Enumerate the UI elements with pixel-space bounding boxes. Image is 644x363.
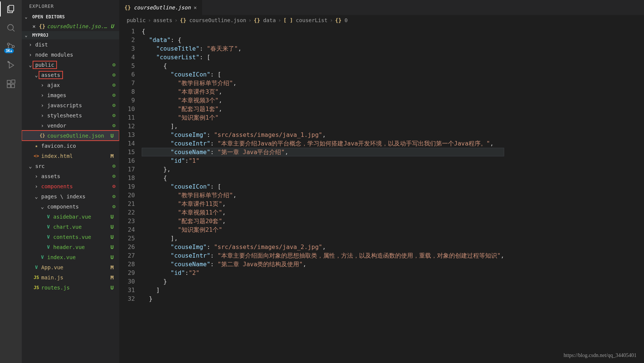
file-icon: V xyxy=(45,214,52,219)
explorer-icon[interactable] xyxy=(5,3,17,15)
extensions-icon[interactable] xyxy=(5,78,17,90)
breadcrumb-item[interactable]: 0 xyxy=(344,17,347,23)
chevron-icon: ⌄ xyxy=(27,62,34,68)
tree-item-label: asidebar.vue xyxy=(53,214,91,220)
chevron-icon: ⌄ xyxy=(33,72,40,78)
tree-item[interactable]: Vasidebar.vueU xyxy=(22,212,119,222)
tree-item[interactable]: ›javascripts xyxy=(22,100,119,110)
breadcrumb-item[interactable]: data xyxy=(263,17,276,23)
file-status: U xyxy=(109,133,115,139)
tab-label: courseOutline.json xyxy=(134,4,191,10)
breadcrumb-item[interactable]: couserList xyxy=(296,17,327,23)
tree-item[interactable]: ⌄src xyxy=(22,161,119,171)
tree-item-label: components xyxy=(47,204,79,210)
tree-item[interactable]: Vchart.vueU xyxy=(22,222,119,232)
tree-item[interactable]: VApp.vueM xyxy=(22,262,119,272)
tree-item-label: images xyxy=(47,92,66,98)
close-icon[interactable]: ✕ xyxy=(31,23,37,29)
tree-item-label: index.vue xyxy=(47,254,76,260)
sidebar: EXPLORER ⌄OPEN EDITORS ✕ {} courseOutlin… xyxy=(22,0,119,363)
chevron-icon: › xyxy=(33,183,40,189)
tree-item[interactable]: ⌄assets xyxy=(22,70,119,80)
tree-item-label: vendor xyxy=(47,123,66,129)
code-lines: { "data": { "couseTitle": "春天来了", "couse… xyxy=(142,26,504,363)
breadcrumb-item[interactable]: assets xyxy=(153,17,172,23)
tree-item-label: index.html xyxy=(41,153,73,159)
file-icon: JS xyxy=(33,275,40,280)
status-dot xyxy=(112,195,115,198)
file-icon: V xyxy=(33,265,40,270)
file-status: U xyxy=(109,23,115,29)
breadcrumbs[interactable]: public›assets›{}courseOutline.json›{}dat… xyxy=(119,15,644,26)
tree-item-label: stylesheets xyxy=(47,112,82,118)
code-editor[interactable]: 1234567891011121314151617181920212223242… xyxy=(119,26,644,363)
tree-item[interactable]: ›assets xyxy=(22,171,119,181)
status-dot xyxy=(112,205,115,208)
tree-item[interactable]: ›node_modules xyxy=(22,50,119,60)
breadcrumb-item[interactable]: public xyxy=(127,17,146,23)
chevron-icon: › xyxy=(39,102,46,108)
file-status: U xyxy=(109,224,115,230)
breadcrumb-icon: {} xyxy=(335,17,341,23)
status-dot xyxy=(112,114,115,117)
tree-item-label: components xyxy=(41,183,73,189)
tree-item[interactable]: ⌄pages \ indexs xyxy=(22,191,119,201)
file-status: U xyxy=(109,214,115,220)
tree-item[interactable]: ★favicon.ico xyxy=(22,141,119,151)
tree-item[interactable]: ›components xyxy=(22,181,119,191)
status-dot xyxy=(112,94,115,97)
chevron-right-icon: › xyxy=(249,17,252,23)
open-editor-item[interactable]: ✕ {} courseOutline.jso... U xyxy=(22,21,119,31)
chevron-right-icon: › xyxy=(330,17,333,23)
tree-item[interactable]: Vcontents.vueU xyxy=(22,232,119,242)
svg-rect-6 xyxy=(7,80,10,84)
svg-point-1 xyxy=(7,24,13,30)
tree-item-label: assets xyxy=(41,173,60,179)
debug-icon[interactable] xyxy=(5,59,17,71)
json-icon: {} xyxy=(124,4,131,10)
tab-bar: {} courseOutline.json ✕ xyxy=(119,0,644,15)
status-dot xyxy=(112,63,115,66)
tree-item[interactable]: JSmain.jsM xyxy=(22,272,119,282)
breadcrumb-icon: [ ] xyxy=(283,17,293,23)
file-icon: V xyxy=(45,224,52,230)
chevron-right-icon: › xyxy=(278,17,281,23)
file-status: M xyxy=(109,274,115,280)
tree-item[interactable]: Vindex.vueU xyxy=(22,252,119,262)
tree-item-label: contents.vue xyxy=(53,234,91,240)
source-control-icon[interactable]: 3K+ xyxy=(5,40,17,52)
chevron-icon: › xyxy=(39,82,46,88)
tree-item-label: ajax xyxy=(47,82,60,88)
project-section[interactable]: ⌄MYPROJ xyxy=(22,31,119,39)
file-icon: JS xyxy=(33,285,40,290)
status-dot xyxy=(112,165,115,168)
chevron-icon: ⌄ xyxy=(33,194,40,200)
status-dot xyxy=(112,185,115,188)
chevron-icon: › xyxy=(39,112,46,118)
search-icon[interactable] xyxy=(5,22,17,34)
tree-item[interactable]: ›stylesheets xyxy=(22,110,119,120)
open-editors-section[interactable]: ⌄OPEN EDITORS xyxy=(22,13,119,21)
tree-item[interactable]: ⌄public xyxy=(22,60,119,70)
tree-item-label: chart.vue xyxy=(53,224,82,230)
tree-item[interactable]: ›dist xyxy=(22,39,119,50)
close-icon[interactable]: ✕ xyxy=(194,4,197,10)
tree-item-label: node_modules xyxy=(35,52,73,58)
breadcrumb-item[interactable]: courseOutline.json xyxy=(189,17,246,23)
project-label: MYPROJ xyxy=(32,33,48,38)
tree-item[interactable]: ›ajax xyxy=(22,80,119,90)
file-status: M xyxy=(109,153,115,159)
file-status: U xyxy=(109,254,115,260)
tree-item[interactable]: Vheader.vueU xyxy=(22,242,119,252)
tree-item[interactable]: {}courseOutline.jsonU xyxy=(22,130,119,141)
file-icon: <> xyxy=(33,153,40,159)
tree-item[interactable]: ⌄components xyxy=(22,201,119,212)
tree-item[interactable]: <>index.htmlM xyxy=(22,151,119,161)
tab-courseoutline[interactable]: {} courseOutline.json ✕ xyxy=(119,0,202,15)
tree-item[interactable]: ›vendor xyxy=(22,120,119,130)
open-editors-label: OPEN EDITORS xyxy=(32,14,65,20)
line-gutter: 1234567891011121314151617181920212223242… xyxy=(119,26,142,363)
tree-item[interactable]: JSroutes.jsU xyxy=(22,282,119,292)
scm-badge: 3K+ xyxy=(4,48,14,53)
tree-item[interactable]: ›images xyxy=(22,90,119,100)
